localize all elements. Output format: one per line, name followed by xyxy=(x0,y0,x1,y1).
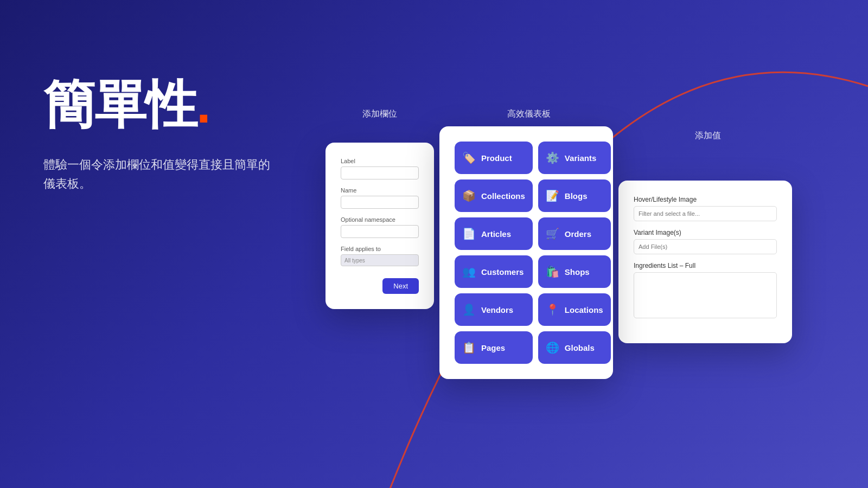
variant-image-input[interactable] xyxy=(634,239,777,254)
product-label: Product xyxy=(481,153,512,163)
title-dot: . xyxy=(196,75,210,133)
articles-icon: 📄 xyxy=(462,227,476,240)
add-value-title: 添加值 xyxy=(695,130,721,142)
next-button[interactable]: Next xyxy=(382,278,419,294)
collections-label: Collections xyxy=(481,191,525,201)
vendors-label: Vendors xyxy=(481,305,513,314)
variant-image-label: Variant Image(s) xyxy=(634,229,777,236)
collections-icon: 📦 xyxy=(462,189,476,202)
label-field-label: Label xyxy=(341,158,419,164)
globals-label: Globals xyxy=(565,343,595,352)
add-value-section: 添加值 Hover/Lifestyle Image Variant Image(… xyxy=(624,130,792,343)
customers-label: Customers xyxy=(481,267,524,277)
blogs-button[interactable]: 📝 Blogs xyxy=(538,179,611,212)
locations-label: Locations xyxy=(565,305,603,314)
applies-group: Field applies to All types xyxy=(341,246,419,266)
locations-button[interactable]: 📍 Locations xyxy=(538,293,611,326)
globals-icon: 🌐 xyxy=(546,341,559,354)
customers-button[interactable]: 👥 Customers xyxy=(455,255,533,288)
dashboard-card: 🏷️ Product ⚙️ Variants 📦 Collections 📝 B… xyxy=(439,126,613,379)
name-field-label: Name xyxy=(341,187,419,194)
orders-label: Orders xyxy=(565,229,591,239)
vendors-button[interactable]: 👤 Vendors xyxy=(455,293,533,326)
add-field-title: 添加欄位 xyxy=(362,108,397,120)
add-field-section: 添加欄位 Label Name Optional namespace Field… xyxy=(326,108,434,309)
product-icon: 🏷️ xyxy=(462,151,476,164)
customers-icon: 👥 xyxy=(462,265,476,278)
name-input[interactable] xyxy=(341,196,419,209)
applies-field-label: Field applies to xyxy=(341,246,419,252)
articles-label: Articles xyxy=(481,229,511,239)
title-text: 簡單性 xyxy=(43,75,196,133)
add-field-card: Label Name Optional namespace Field appl… xyxy=(326,143,434,309)
pages-button[interactable]: 📋 Pages xyxy=(455,331,533,364)
main-title: 簡單性. xyxy=(43,76,271,133)
pages-icon: 📋 xyxy=(462,341,476,354)
locations-icon: 📍 xyxy=(546,303,559,316)
product-button[interactable]: 🏷️ Product xyxy=(455,142,533,174)
namespace-field-label: Optional namespace xyxy=(341,216,419,223)
left-content: 簡單性. 體驗一個令添加欄位和值變得直接且簡單的儀表板。 xyxy=(43,76,271,193)
shops-button[interactable]: 🛍️ Shops xyxy=(538,255,611,288)
variants-label: Variants xyxy=(565,153,596,163)
variant-image-field: Variant Image(s) xyxy=(634,229,777,254)
hover-image-label: Hover/Lifestyle Image xyxy=(634,196,777,203)
shops-label: Shops xyxy=(565,267,590,277)
ingredients-label: Ingredients List – Full xyxy=(634,262,777,269)
variants-icon: ⚙️ xyxy=(546,151,559,164)
vendors-icon: 👤 xyxy=(462,303,476,316)
shops-icon: 🛍️ xyxy=(546,265,559,278)
articles-button[interactable]: 📄 Articles xyxy=(455,217,533,250)
orders-button[interactable]: 🛒 Orders xyxy=(538,217,611,250)
namespace-input[interactable] xyxy=(341,225,419,238)
subtitle-text: 體驗一個令添加欄位和值變得直接且簡單的儀表板。 xyxy=(43,155,271,193)
add-value-card: Hover/Lifestyle Image Variant Image(s) I… xyxy=(618,181,792,343)
namespace-group: Optional namespace xyxy=(341,216,419,238)
grid-buttons: 🏷️ Product ⚙️ Variants 📦 Collections 📝 B… xyxy=(455,142,598,364)
label-input[interactable] xyxy=(341,166,419,179)
collections-button[interactable]: 📦 Collections xyxy=(455,179,533,212)
variants-button[interactable]: ⚙️ Variants xyxy=(538,142,611,174)
applies-input[interactable]: All types xyxy=(341,254,419,266)
hover-image-field: Hover/Lifestyle Image xyxy=(634,196,777,221)
ingredients-textarea[interactable] xyxy=(634,272,777,318)
label-group: Label xyxy=(341,158,419,179)
hover-image-input[interactable] xyxy=(634,206,777,221)
dashboard-title: 高效儀表板 xyxy=(507,108,551,120)
applies-placeholder: All types xyxy=(344,258,365,264)
globals-button[interactable]: 🌐 Globals xyxy=(538,331,611,364)
name-group: Name xyxy=(341,187,419,209)
blogs-icon: 📝 xyxy=(546,189,559,202)
orders-icon: 🛒 xyxy=(546,227,559,240)
cards-area: 添加欄位 Label Name Optional namespace Field… xyxy=(326,108,792,379)
pages-label: Pages xyxy=(481,343,505,352)
dashboard-section: 高效儀表板 🏷️ Product ⚙️ Variants 📦 Collectio… xyxy=(445,108,613,379)
ingredients-field: Ingredients List – Full xyxy=(634,262,777,320)
blogs-label: Blogs xyxy=(565,191,588,201)
